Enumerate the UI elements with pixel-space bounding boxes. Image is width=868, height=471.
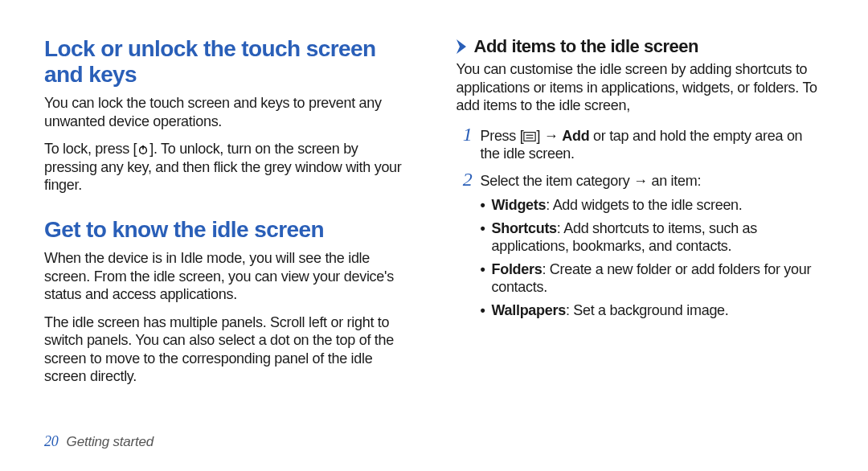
step-number: 1 <box>457 125 473 144</box>
svg-marker-2 <box>457 39 466 54</box>
menu-icon <box>523 131 536 142</box>
step-number: 2 <box>457 170 473 189</box>
steps-list: 1 Press [] → Add or tap and hold the emp… <box>457 125 825 190</box>
left-column: Lock or unlock the touch screen and keys… <box>44 36 412 430</box>
para-idle-panels: The idle screen has multiple panels. Scr… <box>44 313 412 386</box>
right-column: Add items to the idle screen You can cus… <box>457 36 825 430</box>
bullet-text: : Add widgets to the idle screen. <box>546 197 742 213</box>
para-idle-desc: When the device is in Idle mode, you wil… <box>44 249 412 304</box>
text-fragment: Press [ <box>481 128 524 144</box>
bullet-text: : Set a background image. <box>566 302 729 318</box>
bullet-widgets: Widgets: Add widgets to the idle screen. <box>481 196 825 215</box>
subheading-add-items: Add items to the idle screen <box>457 36 825 57</box>
para-lock-desc: You can lock the touch screen and keys t… <box>44 94 412 130</box>
page-columns: Lock or unlock the touch screen and keys… <box>44 36 824 430</box>
para-lock-instructions: To lock, press []. To unlock, turn on th… <box>44 140 412 195</box>
bullet-label: Wallpapers <box>492 302 566 318</box>
step-body: Select the item category → an item: <box>481 172 825 190</box>
step-1: 1 Press [] → Add or tap and hold the emp… <box>457 125 825 163</box>
svg-rect-3 <box>524 132 535 141</box>
bullet-label: Folders <box>492 261 542 277</box>
power-icon <box>137 144 149 155</box>
bullet-label: Widgets <box>492 197 547 213</box>
bullet-list: Widgets: Add widgets to the idle screen.… <box>457 196 825 319</box>
footer-chapter: Getting started <box>67 434 154 450</box>
bold-add: Add <box>562 128 589 144</box>
step-2: 2 Select the item category → an item: <box>457 170 825 190</box>
para-add-items-desc: You can customise the idle screen by add… <box>457 60 825 115</box>
chevron-right-icon <box>457 39 468 54</box>
text-fragment: To lock, press [ <box>44 141 137 157</box>
bullet-folders: Folders: Create a new folder or add fold… <box>481 260 825 297</box>
heading-lock-unlock: Lock or unlock the touch screen and keys <box>44 36 412 88</box>
bullet-wallpapers: Wallpapers: Set a background image. <box>481 301 825 320</box>
subheading-text: Add items to the idle screen <box>474 36 698 57</box>
step-body: Press [] → Add or tap and hold the empty… <box>481 127 825 163</box>
text-fragment: ] → <box>536 128 562 144</box>
heading-idle-screen: Get to know the idle screen <box>44 217 412 243</box>
page-footer: 20 Getting started <box>44 433 154 450</box>
page-number: 20 <box>44 433 59 450</box>
bullet-shortcuts: Shortcuts: Add shortcuts to items, such … <box>481 219 825 256</box>
bullet-label: Shortcuts <box>492 220 557 236</box>
